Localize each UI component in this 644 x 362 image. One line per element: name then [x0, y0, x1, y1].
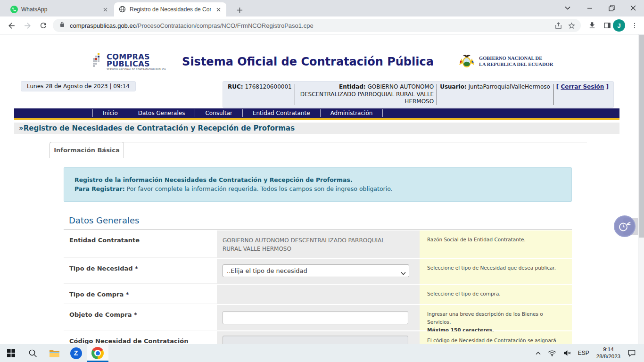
notice-text: Por favor complete la información requer… [127, 185, 393, 192]
tab-whatsapp[interactable]: WhatsApp [6, 2, 113, 16]
taskbar: Z [0, 344, 644, 362]
breadcrumb: »Registro de Necesidades de Contratación… [14, 124, 295, 132]
scrollbar-thumb[interactable] [639, 35, 644, 238]
user-text: Usuario: JuntaParroquialValleHermoso [440, 83, 550, 90]
chrome-taskbar-button[interactable] [87, 344, 108, 362]
webpage: COMPRAS PÚBLICAS SERVICIO NACIONAL DE CO… [0, 34, 644, 344]
nav-item-consultar[interactable]: Consultar [195, 108, 242, 118]
system-tray: ESP 9:14 28/8/2023 [532, 344, 644, 362]
ecuador-coat-of-arms-icon [458, 53, 475, 69]
browser-menu-icon[interactable] [627, 18, 642, 33]
field-label-entidad-contratante: Entidad Contratante [64, 230, 217, 258]
nav-item-entidad-contratante[interactable]: Entidad Contratante [243, 108, 320, 118]
page-title: Sistema Oficial de Contratación Pública [157, 55, 459, 68]
table-row: Código Necesidad de Contratación El códi… [64, 331, 572, 344]
tipo-necesidad-select[interactable]: ..Elija el tipo de necesidad [223, 264, 409, 277]
tray-chevron-up-icon[interactable] [532, 344, 545, 362]
tab-registro[interactable]: Registro de Necesidades de Cont [114, 2, 226, 16]
url-text: compraspublicas.gob.ec/ProcesoContrataci… [70, 22, 552, 29]
field-hint: Seleccione el tipo de compra. [420, 285, 572, 304]
field-value-codigo-necesidad [217, 331, 420, 344]
table-row: Objeto de Compra * Ingresar una breve de… [64, 305, 572, 330]
tab-close-icon[interactable] [215, 6, 223, 14]
field-value-objeto-compra [217, 305, 420, 330]
tab-title: WhatsApp [21, 6, 98, 13]
download-icon[interactable] [585, 18, 600, 33]
back-icon[interactable] [4, 18, 19, 33]
field-hint: Razón Social de la Entidad Contratante. [420, 230, 572, 258]
session-box: RUC: 1768120600001 Entidad: GOBIERNO AUT… [223, 81, 614, 108]
start-button[interactable] [0, 344, 22, 362]
table-row: Entidad Contratante GOBIERNO AUTONOMO DE… [64, 230, 572, 258]
profile-avatar[interactable]: J [613, 19, 625, 32]
field-hint: Ingresar una breve descripción de los Bi… [420, 305, 572, 330]
clock-date: 28/8/2023 [596, 353, 620, 360]
government-logo: GOBIERNO NACIONAL DE LA REPUBLICA DEL EC… [458, 53, 553, 69]
time-flies-clock-icon[interactable] [614, 215, 636, 237]
datetime-box: Lunes 28 de Agosto de 2023 | 09:14 [21, 81, 136, 91]
field-value-tipo-necesidad: ..Elija el tipo de necesidad [217, 259, 420, 284]
reload-icon[interactable] [36, 18, 51, 33]
share-icon[interactable] [552, 19, 565, 32]
breadcrumb-bar: »Registro de Necesidades de Contratación… [14, 123, 619, 134]
nav-item-inicio[interactable]: Inicio [93, 108, 128, 118]
ruc-text: RUC: 1768120600001 [228, 83, 292, 90]
table-row: Tipo de Necesidad * ..Elija el tipo de n… [64, 259, 572, 284]
tab-informacion-basica[interactable]: Información Básica [50, 142, 124, 158]
taskbar-search-button[interactable] [22, 344, 43, 362]
wifi-icon[interactable] [545, 344, 560, 362]
gold-accent-line [14, 118, 619, 120]
separator [553, 84, 553, 105]
field-label-tipo-necesidad: Tipo de Necesidad * [64, 259, 217, 284]
notice-box: Registro de la información Necesidades d… [64, 167, 572, 202]
nav-spacer [14, 108, 92, 118]
tab-close-icon[interactable] [101, 6, 109, 14]
table-row: Tipo de Compra * Seleccione el tipo de c… [64, 285, 572, 304]
field-label-objeto-compra: Objeto de Compra * [64, 305, 217, 330]
taskbar-clock[interactable]: 9:14 28/8/2023 [593, 346, 624, 360]
browser-toolbar: compraspublicas.gob.ec/ProcesoContrataci… [0, 16, 644, 34]
gov-line1: GOBIERNO NACIONAL DE [479, 55, 553, 61]
separator [295, 84, 295, 105]
whatsapp-icon [10, 6, 18, 13]
notice-bold: Para Registrar: [74, 185, 125, 192]
field-value-tipo-compra [217, 285, 420, 304]
screen: WhatsApp Registro de Necesidades de Cont [0, 0, 644, 362]
new-tab-button[interactable] [233, 3, 246, 16]
field-hint: El código de Necesidad de Contratación s… [420, 331, 572, 344]
objeto-compra-input[interactable] [223, 311, 408, 324]
field-label-tipo-compra: Tipo de Compra * [64, 285, 217, 304]
z-app-button[interactable]: Z [65, 344, 87, 362]
main-nav: Inicio Datos Generales Consultar Entidad… [14, 108, 619, 118]
form-table: Entidad Contratante GOBIERNO AUTONOMO DE… [64, 230, 572, 344]
nav-item-datos-generales[interactable]: Datos Generales [128, 108, 195, 118]
action-center-icon[interactable] [624, 344, 639, 362]
bookmark-star-icon[interactable] [565, 19, 578, 32]
section-divider [64, 229, 572, 230]
tab-search-chevron-icon[interactable] [557, 0, 578, 16]
field-label-codigo-necesidad: Código Necesidad de Contratación [64, 331, 217, 344]
search-icon [28, 349, 37, 358]
field-hint: Seleccione el tipo de Necesidad que dese… [420, 259, 572, 284]
window-minimize-button[interactable] [579, 0, 601, 16]
nav-separator [382, 109, 383, 117]
clock-time: 9:14 [596, 346, 620, 353]
z-app-icon: Z [70, 347, 82, 359]
windows-logo-icon [7, 349, 15, 357]
floating-widget[interactable] [614, 215, 637, 238]
volume-muted-icon[interactable] [560, 344, 575, 362]
page-scrollbar[interactable] [638, 34, 644, 344]
gov-line2: LA REPUBLICA DEL ECUADOR [479, 61, 553, 67]
chrome-icon [91, 347, 104, 359]
window-restore-button[interactable] [601, 0, 622, 16]
language-indicator[interactable]: ESP [575, 344, 593, 362]
window-close-button[interactable] [622, 0, 644, 16]
notice-title: Registro de la información Necesidades d… [74, 176, 353, 183]
separator [437, 84, 437, 105]
entity-text: Entidad: GOBIERNO AUTONOMO DESCENTRALIZA… [300, 83, 434, 106]
file-explorer-button[interactable] [43, 344, 65, 362]
logout-link[interactable]: [ Cerrar Sesión ] [556, 83, 609, 90]
nav-item-administracion[interactable]: Administración [321, 108, 383, 118]
forward-icon[interactable] [20, 18, 35, 33]
url-bar[interactable]: compraspublicas.gob.ec/ProcesoContrataci… [53, 19, 581, 32]
